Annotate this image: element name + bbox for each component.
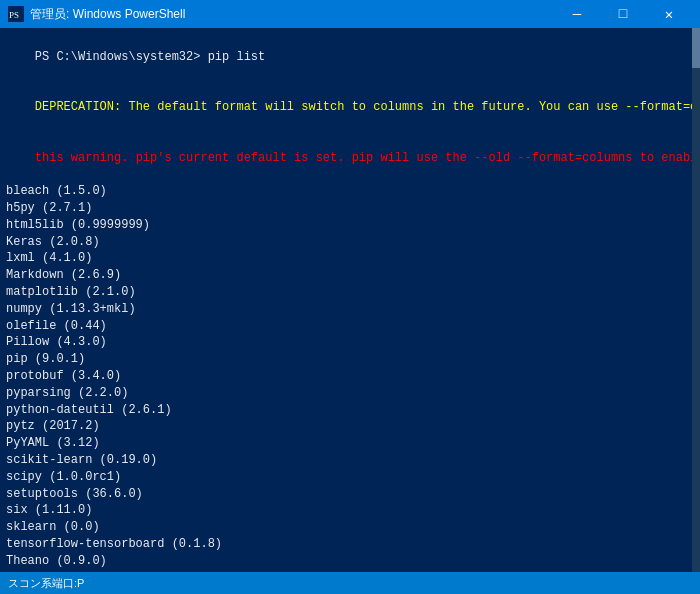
list-item: pyparsing (2.2.0) <box>6 385 694 402</box>
titlebar: PS 管理员: Windows PowerShell — □ ✕ <box>0 0 700 28</box>
svg-text:PS: PS <box>9 10 19 20</box>
list-item: numpy (1.13.3+mkl) <box>6 301 694 318</box>
list-item: html5lib (0.9999999) <box>6 217 694 234</box>
close-button[interactable]: ✕ <box>646 0 692 28</box>
list-item: Werkzeug (0.12.2) <box>6 570 694 573</box>
list-item: scikit-learn (0.19.0) <box>6 452 694 469</box>
list-item: olefile (0.44) <box>6 318 694 335</box>
statusbar: スコン系端口:P <box>0 572 700 594</box>
package-list: bleach (1.5.0)h5py (2.7.1)html5lib (0.99… <box>6 183 694 572</box>
titlebar-controls: — □ ✕ <box>554 0 692 28</box>
list-item: setuptools (36.6.0) <box>6 486 694 503</box>
minimize-button[interactable]: — <box>554 0 600 28</box>
maximize-button[interactable]: □ <box>600 0 646 28</box>
list-item: pip (9.0.1) <box>6 351 694 368</box>
list-item: PyYAML (3.12) <box>6 435 694 452</box>
list-item: scipy (1.0.0rc1) <box>6 469 694 486</box>
list-item: tensorflow-tensorboard (0.1.8) <box>6 536 694 553</box>
terminal-content: PS C:\Windows\system32> pip list <box>6 32 694 82</box>
list-item: h5py (2.7.1) <box>6 200 694 217</box>
titlebar-left: PS 管理员: Windows PowerShell <box>8 6 185 23</box>
titlebar-title: 管理员: Windows PowerShell <box>30 6 185 23</box>
list-item: bleach (1.5.0) <box>6 183 694 200</box>
statusbar-text: スコン系端口:P <box>8 576 84 591</box>
list-item: Theano (0.9.0) <box>6 553 694 570</box>
list-item: Keras (2.0.8) <box>6 234 694 251</box>
list-item: six (1.11.0) <box>6 502 694 519</box>
list-item: pytz (2017.2) <box>6 418 694 435</box>
list-item: Markdown (2.6.9) <box>6 267 694 284</box>
scrollbar-thumb[interactable] <box>692 28 700 68</box>
list-item: protobuf (3.4.0) <box>6 368 694 385</box>
list-item: python-dateutil (2.6.1) <box>6 402 694 419</box>
warning-line-1: DEPRECATION: The default format will swi… <box>6 82 694 132</box>
prompt-line-1: PS C:\Windows\system32> pip list <box>35 50 265 64</box>
list-item: matplotlib (2.1.0) <box>6 284 694 301</box>
powershell-icon: PS <box>8 6 24 22</box>
scrollbar[interactable] <box>692 28 700 572</box>
warning-line-2: this warning. pip's current default is s… <box>6 133 694 183</box>
list-item: Pillow (4.3.0) <box>6 334 694 351</box>
terminal-window: PS C:\Windows\system32> pip list DEPRECA… <box>0 28 700 572</box>
list-item: sklearn (0.0) <box>6 519 694 536</box>
list-item: lxml (4.1.0) <box>6 250 694 267</box>
